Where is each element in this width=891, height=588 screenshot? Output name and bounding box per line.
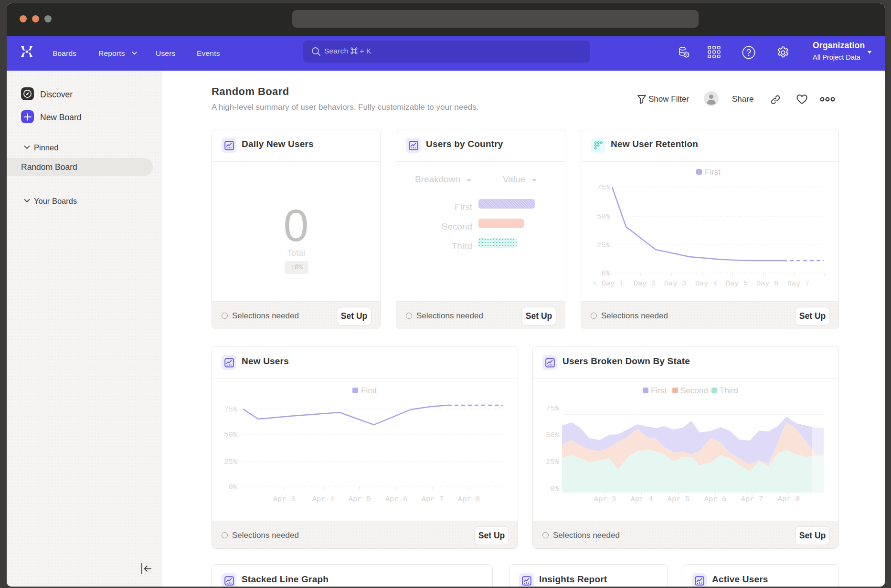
svg-text:< Day 1: < Day 1 xyxy=(593,279,624,288)
svg-text:Day 3: Day 3 xyxy=(664,279,687,288)
svg-text:75%: 75% xyxy=(224,405,238,414)
svg-text:Day 5: Day 5 xyxy=(726,279,748,288)
svg-text:25%: 25% xyxy=(224,458,238,466)
svg-text:0%: 0% xyxy=(228,483,237,492)
svg-text:Apr 6: Apr 6 xyxy=(385,495,408,504)
svg-text:First: First xyxy=(651,386,667,395)
svg-text:Day 6: Day 6 xyxy=(756,279,779,288)
svg-text:0%: 0% xyxy=(601,269,610,278)
svg-text:0%: 0% xyxy=(550,484,559,493)
svg-text:50%: 50% xyxy=(597,212,611,221)
svg-text:75%: 75% xyxy=(597,183,611,192)
svg-text:25%: 25% xyxy=(546,458,560,466)
svg-text:Apr 6: Apr 6 xyxy=(704,495,727,504)
svg-text:75%: 75% xyxy=(546,404,560,413)
svg-text:Apr 3: Apr 3 xyxy=(273,495,296,504)
svg-text:Apr 4: Apr 4 xyxy=(312,495,335,504)
svg-text:Apr 7: Apr 7 xyxy=(741,495,764,504)
svg-text:50%: 50% xyxy=(546,431,560,440)
svg-text:Day 2: Day 2 xyxy=(634,279,656,288)
svg-text:Apr 8: Apr 8 xyxy=(778,495,800,504)
svg-text:Apr 8: Apr 8 xyxy=(458,495,480,504)
svg-text:Apr 5: Apr 5 xyxy=(349,495,371,504)
svg-text:First: First xyxy=(361,386,377,395)
svg-text:50%: 50% xyxy=(224,430,238,439)
svg-text:Third: Third xyxy=(720,386,738,395)
svg-text:25%: 25% xyxy=(597,241,611,250)
svg-text:Second: Second xyxy=(680,386,708,395)
svg-text:Apr 5: Apr 5 xyxy=(668,495,690,504)
svg-text:Apr 4: Apr 4 xyxy=(631,495,653,504)
svg-text:Apr 7: Apr 7 xyxy=(422,495,444,504)
svg-text:Day 7: Day 7 xyxy=(787,279,810,288)
svg-text:Apr 3: Apr 3 xyxy=(594,495,616,504)
svg-text:Day 4: Day 4 xyxy=(695,279,718,288)
svg-text:First: First xyxy=(705,168,721,177)
